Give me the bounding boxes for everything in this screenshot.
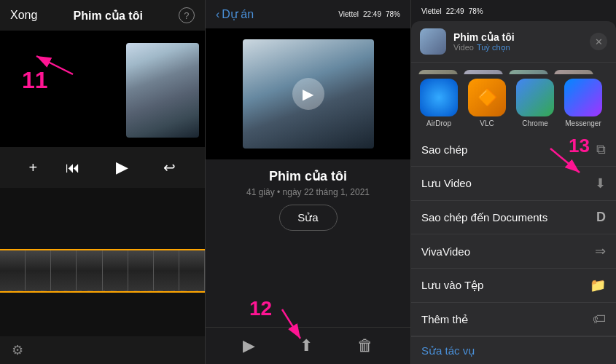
- timeline-area: [0, 188, 205, 336]
- play-button[interactable]: ▶: [109, 154, 135, 181]
- edit-button[interactable]: Sửa: [279, 205, 338, 231]
- chrome-icon: [516, 79, 554, 116]
- play-overlay-button[interactable]: ▶: [292, 78, 324, 110]
- share-subtitle: Video Tuỳ chọn: [453, 43, 515, 52]
- vivavideo-icon: ⇒: [595, 243, 606, 259]
- frame-7: [154, 250, 179, 290]
- option-save-files-label: Lưu vào Tệp: [421, 279, 483, 292]
- frame-4: [77, 250, 102, 290]
- option-copy-label: Sao chép: [421, 143, 467, 156]
- airdrop-label: AirDrop: [426, 119, 451, 127]
- copy-icon: ⧉: [596, 142, 606, 157]
- frame-6: [128, 250, 154, 290]
- option-save-video-label: Lưu Video: [421, 177, 472, 190]
- save-video-icon: ⬇: [595, 175, 606, 191]
- add-media-button[interactable]: +: [29, 159, 38, 176]
- help-button[interactable]: ?: [179, 7, 195, 23]
- delete-button[interactable]: 🗑: [357, 336, 373, 355]
- edit-actions-label: Sửa tác vụ: [421, 344, 475, 357]
- project-footer: ▶ ⬆ 🗑: [206, 327, 410, 364]
- vlc-icon: 🔶: [468, 79, 506, 116]
- share-options-link[interactable]: Tuỳ chọn: [477, 43, 510, 52]
- step-11-label: 11: [22, 67, 48, 94]
- share-status-bar: Viettel 22:49 78%: [411, 0, 616, 21]
- share-options-list: Sao chép ⧉ 13 Lưu Video ⬇: [411, 133, 616, 336]
- video-thumbnail: ▶: [243, 39, 374, 149]
- back-button[interactable]: ‹ Dự án: [216, 7, 254, 21]
- share-title: Phim của tôi: [453, 31, 515, 43]
- airdrop-icon: [420, 79, 458, 116]
- share-sheet-header: Phim của tôi Video Tuỳ chọn ✕: [411, 21, 616, 63]
- preview-thumbnail: [126, 43, 199, 138]
- vlc-label: VLC: [480, 119, 494, 127]
- panel-share: Viettel 22:49 78% Phim của tôi Video Tuỳ…: [411, 0, 616, 364]
- panel-editor: Xong Phim của tôi ? 11 + ⏮ ▶ ↩: [0, 0, 206, 364]
- option-copy-docs-label: Sao chép đến Documents: [421, 211, 547, 224]
- preview-area: 11: [0, 31, 205, 147]
- option-save-video[interactable]: Lưu Video ⬇: [411, 167, 616, 201]
- close-share-button[interactable]: ✕: [590, 33, 607, 50]
- frame-1: [0, 250, 26, 290]
- undo-button[interactable]: ↩: [163, 159, 176, 176]
- project-video-preview[interactable]: ▶: [206, 28, 410, 159]
- editor-title: Phim của tôi: [74, 9, 143, 23]
- docs-icon: D: [596, 210, 606, 225]
- share-app-thumbnail: [420, 28, 446, 55]
- files-icon: 📁: [590, 277, 606, 293]
- share-app-airdrop[interactable]: AirDrop: [418, 79, 459, 127]
- status-bar: Viettel 22:49 78%: [338, 10, 400, 18]
- edit-actions-button[interactable]: Sửa tác vụ: [411, 336, 616, 364]
- rewind-button[interactable]: ⏮: [66, 159, 80, 176]
- arrow-13-icon: [536, 145, 594, 181]
- play-preview-icon[interactable]: ▶: [243, 336, 255, 355]
- chrome-label: Chrome: [522, 119, 548, 127]
- play-icon: ▶: [303, 85, 313, 103]
- project-title: Phim của tôi: [269, 168, 347, 184]
- settings-icon[interactable]: ⚙: [12, 342, 23, 358]
- chevron-left-icon: ‹: [216, 8, 219, 21]
- done-button[interactable]: Xong: [10, 9, 37, 22]
- option-add-tag-label: Thêm thẻ: [421, 313, 468, 326]
- option-copy-docs[interactable]: Sao chép đến Documents D: [411, 201, 616, 234]
- editor-bottom-bar: ⚙: [0, 336, 205, 364]
- option-vivavideo-label: VivaVideo: [421, 245, 470, 258]
- frame-3: [51, 250, 77, 290]
- tag-icon: 🏷: [593, 312, 606, 327]
- status-bar-3: Viettel 22:49 78%: [421, 7, 483, 15]
- share-app-chrome[interactable]: Chrome: [515, 79, 555, 127]
- project-header: ‹ Dự án Viettel 22:49 78%: [206, 0, 410, 28]
- thumbnail-image: [126, 43, 199, 138]
- panel-project: ‹ Dự án Viettel 22:49 78% ▶ Phim của tôi…: [206, 0, 411, 364]
- share-app-vlc[interactable]: 🔶 VLC: [467, 79, 507, 127]
- frame-2: [26, 250, 51, 290]
- frame-5: [103, 250, 128, 290]
- step-12-label: 12: [249, 297, 272, 320]
- share-sheet: Phim của tôi Video Tuỳ chọn ✕ AirDrop 🔶: [411, 21, 616, 364]
- timeline-strip: [0, 249, 205, 293]
- share-title-info: Phim của tôi Video Tuỳ chọn: [453, 31, 515, 52]
- messenger-label: Messenger: [565, 119, 601, 127]
- timeline-frames: [0, 250, 205, 290]
- messenger-icon: [564, 79, 602, 116]
- share-app-messenger[interactable]: Messenger: [563, 79, 604, 127]
- share-button[interactable]: ⬆: [300, 336, 313, 355]
- playback-controls: + ⏮ ▶ ↩: [0, 147, 205, 188]
- option-vivavideo[interactable]: VivaVideo ⇒: [411, 234, 616, 269]
- share-apps-row: AirDrop 🔶 VLC Chrome Messenger: [411, 74, 616, 133]
- editor-header: Xong Phim của tôi ?: [0, 0, 205, 31]
- share-contacts-row: [411, 63, 616, 74]
- option-save-files[interactable]: Lưu vào Tệp 📁: [411, 269, 616, 303]
- frame-8: [179, 250, 205, 290]
- project-meta: 41 giây • ngày 22 tháng 1, 2021: [246, 187, 370, 197]
- project-info: Phim của tôi 41 giây • ngày 22 tháng 1, …: [206, 159, 410, 237]
- option-add-tag[interactable]: Thêm thẻ 🏷: [411, 303, 616, 336]
